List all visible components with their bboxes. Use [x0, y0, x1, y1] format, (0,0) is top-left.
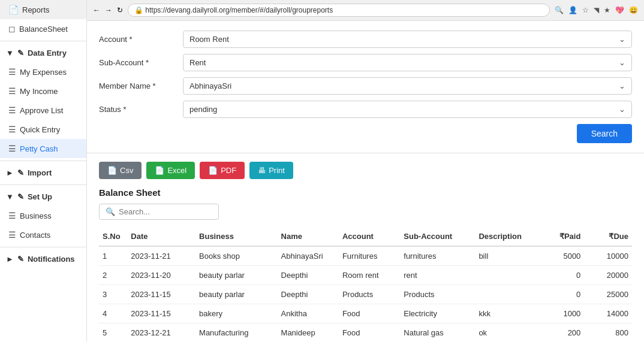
- table-header-row: S.No Date Business Name Account Sub-Acco…: [99, 227, 632, 246]
- subaccount-select[interactable]: Rent ⌄: [183, 54, 632, 71]
- col-header-business: Business: [195, 227, 277, 246]
- cell-sno: 1: [99, 246, 127, 266]
- chevron-down-icon-2: ▼: [6, 192, 14, 201]
- list-icon-2: ☰: [8, 86, 16, 96]
- search-input[interactable]: [119, 207, 212, 216]
- cell-due: 20000: [584, 266, 632, 285]
- cell-name: AbhinayaSri: [278, 246, 339, 266]
- csv-button[interactable]: 📄 Csv: [99, 162, 142, 179]
- cell-business: Books shop: [195, 246, 277, 266]
- chevron-down-icon: ▼: [6, 49, 14, 57]
- browser-icons: 🔍 👤 ☆ ◥ ★ 💖 😀: [555, 6, 638, 14]
- cell-description: [475, 285, 536, 304]
- account-select[interactable]: Room Rent ⌄: [183, 31, 632, 48]
- sidebar-item-business[interactable]: ☰ Business: [0, 206, 86, 225]
- search-button[interactable]: Search: [577, 124, 632, 143]
- cell-business: beauty parlar: [195, 285, 277, 304]
- sidebar-notifications-header[interactable]: ► ✎ Notifications: [0, 250, 86, 268]
- subaccount-chevron-icon: ⌄: [619, 58, 625, 67]
- col-header-paid: ₹Paid: [537, 227, 585, 246]
- content-area: 📄 Csv 📄 Excel 📄 PDF 🖶 Print Balance Shee…: [87, 153, 644, 342]
- cell-paid: 200: [537, 323, 585, 343]
- table-row: 2 2023-11-20 beauty parlar Deepthi Room …: [99, 266, 632, 285]
- file-excel-icon: 📄: [155, 166, 164, 175]
- cell-paid: 5000: [537, 246, 585, 266]
- divider-4: [0, 247, 86, 247]
- sidebar-item-balance-sheet[interactable]: ◻ BalanceSheet: [0, 19, 86, 38]
- cell-subaccount: Electricity: [400, 304, 475, 323]
- cell-business: Manufacturing: [195, 323, 277, 343]
- extensions-icon[interactable]: 💖: [615, 6, 624, 14]
- sidebar-item-reports[interactable]: 📄 Reports: [0, 0, 86, 19]
- sidebar-item-petty-cash[interactable]: ☰ Petty Cash: [0, 139, 86, 158]
- cell-paid: 0: [537, 285, 585, 304]
- cell-date: 2023-11-15: [127, 285, 195, 304]
- sidebar-setup-header[interactable]: ▼ ✎ Set Up: [0, 187, 86, 206]
- file-pdf-icon: 📄: [208, 166, 218, 175]
- browser-bar: ← → ↻ 🔒 https://devang.dailyroll.org/mem…: [87, 0, 644, 21]
- list-icon-5: ☰: [8, 144, 16, 153]
- cell-account: Food: [339, 304, 400, 323]
- bookmark-icon[interactable]: ★: [604, 6, 610, 14]
- reload-icon[interactable]: ↻: [117, 6, 123, 14]
- col-header-name: Name: [278, 227, 339, 246]
- export-buttons: 📄 Csv 📄 Excel 📄 PDF 🖶 Print: [99, 162, 632, 179]
- url-bar[interactable]: 🔒 https://devang.dailyroll.org/member/#/…: [128, 4, 550, 17]
- cell-description: kkk: [475, 304, 536, 323]
- sidebar-import-header[interactable]: ► ✎ Import: [0, 164, 86, 182]
- cell-paid: 0: [537, 266, 585, 285]
- sidebar-data-entry-header[interactable]: ▼ ✎ Data Entry: [0, 44, 86, 62]
- print-button[interactable]: 🖶 Print: [249, 162, 293, 179]
- col-header-subaccount: Sub-Account: [400, 227, 475, 246]
- sidebar-item-approve-list[interactable]: ☰ Approve List: [0, 101, 86, 120]
- cell-date: 2023-11-21: [127, 246, 195, 266]
- status-select[interactable]: pending ⌄: [183, 101, 632, 118]
- profile-icon[interactable]: 👤: [568, 6, 577, 14]
- sidebar-item-my-income[interactable]: ☰ My Income: [0, 81, 86, 101]
- cell-name: Deepthi: [278, 266, 339, 285]
- cell-sno: 3: [99, 285, 127, 304]
- section-title: Balance Sheet: [99, 187, 632, 198]
- pdf-button[interactable]: 📄 PDF: [200, 162, 245, 179]
- member-chevron-icon: ⌄: [619, 81, 625, 90]
- cell-account: Room rent: [339, 266, 400, 285]
- cell-due: 14000: [584, 304, 632, 323]
- list-icon-4: ☰: [8, 125, 16, 134]
- col-header-description: Description: [475, 227, 536, 246]
- cell-sno: 5: [99, 323, 127, 343]
- cell-due: 10000: [584, 246, 632, 266]
- sidebar-item-contacts[interactable]: ☰ Contacts: [0, 225, 86, 244]
- cell-date: 2023-11-20: [127, 266, 195, 285]
- member-select[interactable]: AbhinayaSri ⌄: [183, 77, 632, 95]
- table-row: 3 2023-11-15 beauty parlar Deepthi Produ…: [99, 285, 632, 304]
- cell-account: Food: [339, 323, 400, 343]
- table-search-bar[interactable]: 🔍: [99, 204, 219, 220]
- sidebar-item-quick-entry[interactable]: ☰ Quick Entry: [0, 120, 86, 139]
- divider-3: [0, 184, 86, 185]
- cell-description: bill: [475, 246, 536, 266]
- profile-avatar-icon[interactable]: 😀: [629, 6, 638, 14]
- cell-name: Manideep: [278, 323, 339, 343]
- main-content: ← → ↻ 🔒 https://devang.dailyroll.org/mem…: [87, 0, 644, 342]
- col-header-account: Account: [339, 227, 400, 246]
- back-icon[interactable]: ←: [93, 6, 100, 14]
- split-icon[interactable]: ◥: [594, 6, 599, 14]
- excel-button[interactable]: 📄 Excel: [146, 162, 195, 179]
- cell-due: 800: [584, 323, 632, 343]
- search-icon[interactable]: 🔍: [555, 6, 564, 14]
- account-chevron-icon: ⌄: [619, 35, 625, 44]
- cell-subaccount: Natural gas: [400, 323, 475, 343]
- subaccount-label: Sub-Account *: [99, 58, 177, 67]
- cell-name: Ankitha: [278, 304, 339, 323]
- member-row: Member Name * AbhinayaSri ⌄: [99, 77, 632, 95]
- cell-business: beauty parlar: [195, 266, 277, 285]
- table-row: 4 2023-11-15 bakery Ankitha Food Electri…: [99, 304, 632, 323]
- cell-date: 2023-12-21: [127, 323, 195, 343]
- list-icon-3: ☰: [8, 105, 16, 115]
- file-icon: 📄: [8, 5, 19, 14]
- star-icon[interactable]: ☆: [582, 6, 589, 14]
- forward-icon[interactable]: →: [105, 6, 112, 14]
- sidebar-item-my-expenses[interactable]: ☰ My Expenses: [0, 62, 86, 81]
- status-label: Status *: [99, 105, 177, 114]
- setup-icon: ✎: [17, 192, 24, 201]
